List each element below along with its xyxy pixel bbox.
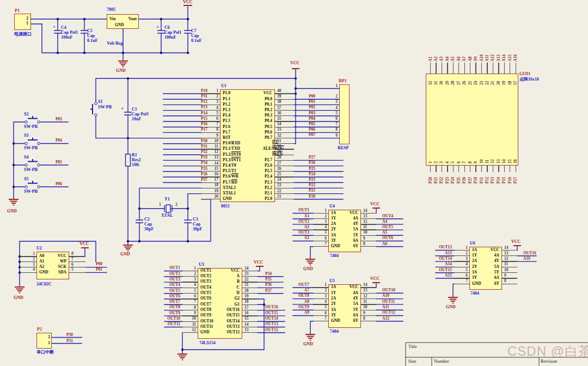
c3-type: Cap: [193, 222, 200, 227]
watermark: CSDN @白茶丫: [507, 345, 588, 358]
vcc-label-u6: VCC: [511, 240, 520, 244]
c7-type: Cap: [191, 34, 199, 38]
led-matrix-led1-body[interactable]: [426, 74, 518, 166]
u6-designator: U6: [470, 241, 475, 246]
vcc-label-top: VCC: [183, 0, 192, 4]
u4-designator: U4: [329, 204, 335, 209]
p2-label: 串口中断: [36, 350, 54, 355]
c1-polarity: +: [121, 106, 124, 111]
s1-designator: S1: [98, 100, 102, 104]
u1-designator: U1: [221, 84, 226, 88]
vcc-label-u2: VCC: [79, 242, 89, 246]
p1-label: 电源接口: [14, 32, 32, 36]
p2-designator: P2: [37, 327, 42, 332]
r1-designator: R1: [132, 153, 137, 157]
wire-segments: [14, 7, 536, 354]
y1-pin2: 2: [175, 203, 177, 207]
s3-net: P04: [56, 138, 62, 143]
vcc-label-mid: VCC: [290, 61, 299, 65]
c2-value: 30pF: [144, 227, 154, 231]
p1-pin1: 1: [17, 21, 28, 26]
c6-value: 100uF: [164, 35, 176, 40]
c7-designator: C7: [191, 29, 197, 33]
u5-part: 7404: [330, 330, 339, 334]
led1-part: 点阵16x16: [519, 77, 539, 82]
eeprom-u2-body[interactable]: [36, 252, 69, 279]
mcu-u1-body[interactable]: [220, 89, 275, 202]
y1-type: XTAL: [161, 213, 173, 218]
vcc-label-u4: VCC: [370, 202, 379, 206]
p2-net-p31: P31: [66, 339, 73, 343]
u3-part: 74LS154: [199, 341, 216, 345]
inverter-u6-body[interactable]: [469, 247, 502, 290]
7805-designator: 7805: [107, 8, 115, 12]
s2-net: P03: [56, 117, 62, 121]
c2-type: Cap: [144, 222, 152, 227]
c2-designator: C2: [144, 217, 150, 222]
7805-pin-vin: Vin: [109, 17, 115, 21]
rp1-designator: RP1: [339, 79, 347, 83]
titleblock-revision: Revision: [541, 359, 557, 364]
c4-designator: C4: [61, 26, 66, 30]
c4-value: 100uF: [61, 35, 72, 40]
gnd-label-u6: GND: [446, 305, 456, 309]
schematic-sheet: P1 2 1 电源接口 + C4 Cap Pol1 100uF C5 Cap 0…: [0, 0, 588, 366]
titleblock-title: Title: [408, 344, 417, 349]
inverter-u5-body[interactable]: [328, 284, 361, 328]
u2-designator: U2: [36, 246, 42, 251]
7805-pin-vout: Vout: [123, 17, 137, 21]
u6-part: 7404: [470, 291, 479, 296]
c4-polarity: +: [53, 25, 56, 29]
wiring-layer: [0, 0, 588, 366]
titleblock-number: Number: [434, 359, 449, 364]
resistor-pack-rp1-body[interactable]: [339, 84, 350, 144]
s5-type: SW-PB: [24, 190, 38, 194]
gnd-label-7805: GND: [116, 69, 126, 73]
crystal-y1-symbol[interactable]: [164, 205, 172, 212]
p2-pin1: 1: [39, 341, 50, 345]
resistor-r1-symbol[interactable]: [126, 154, 131, 166]
s2-type: SW-PB: [24, 125, 38, 129]
y1-pin1: 1: [159, 203, 161, 207]
s3-designator: S3: [24, 133, 28, 138]
gnd-label-switches: GND: [7, 209, 17, 213]
u1-part: 8051: [221, 204, 230, 209]
titleblock-size: Size: [408, 359, 416, 364]
c7-value: 0.1uF: [191, 39, 201, 43]
7805-label: Volt Reg: [107, 41, 122, 46]
c6-designator: C6: [164, 26, 170, 30]
s1-type: SW-PB: [98, 105, 112, 109]
u4-part: 7404: [330, 254, 339, 258]
p2-net-p30: P30: [66, 333, 73, 337]
s4-designator: S4: [24, 155, 28, 160]
c3-designator: C3: [193, 217, 198, 222]
s4-net: P05: [56, 160, 62, 164]
c5-designator: C5: [87, 29, 93, 33]
decoder-u3-body[interactable]: [198, 268, 242, 339]
u3-designator: U3: [199, 263, 204, 267]
led1-designator: LED1: [519, 72, 530, 76]
r1-value: 10K: [132, 163, 139, 167]
c1-type: Cap Pol1: [132, 112, 149, 117]
c4-type: Cap Pol1: [61, 30, 78, 35]
s5-designator: S5: [24, 177, 28, 181]
c1-designator: C1: [132, 107, 137, 112]
gnd-label-u2: GND: [14, 296, 23, 300]
rp1-part: RESP: [338, 146, 348, 150]
c1-value: 10uF: [132, 117, 141, 121]
s3-type: SW-PB: [24, 146, 38, 150]
7805-pin-gnd: GND: [115, 23, 124, 27]
c5-type: Cap: [87, 34, 95, 38]
p1-pin2: 2: [17, 16, 28, 21]
vcc-label-u5: VCC: [370, 277, 379, 281]
c5-value: 0.1uF: [87, 39, 97, 43]
r1-type: Res2: [132, 158, 140, 162]
s5-net: P06: [56, 182, 62, 186]
c6-type: Cap Pol1: [164, 30, 181, 35]
p2-pin2: 2: [39, 335, 50, 339]
gnd-label-u4: GND: [303, 267, 313, 271]
s4-type: SW-PB: [24, 168, 38, 172]
u2-part: 24C02C: [36, 282, 52, 286]
p1-designator: P1: [15, 9, 20, 13]
inverter-u4-body[interactable]: [328, 210, 361, 252]
